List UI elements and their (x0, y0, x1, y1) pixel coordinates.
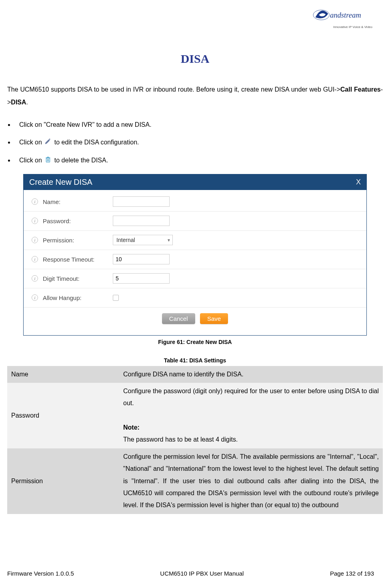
page-footer: Firmware Version 1.0.0.5 UCM6510 IP PBX … (7, 570, 374, 577)
cancel-button[interactable]: Cancel (162, 313, 195, 324)
page-title: DISA (7, 52, 383, 66)
footer-page: Page 132 of 193 (330, 570, 374, 577)
table-caption: Table 41: DISA Settings (7, 357, 383, 364)
disa-settings-table: Name Configure DISA name to identify the… (7, 366, 383, 514)
label-password: Password: (43, 218, 113, 224)
label-name: Name: (43, 198, 113, 205)
grandstream-logo-icon: andstream (312, 7, 374, 25)
chevron-down-icon: ▼ (167, 238, 171, 242)
note-text: The password has to be at least 4 digits… (123, 436, 238, 443)
intro-bold-callfeatures: Call Features (340, 86, 381, 93)
footer-title: UCM6510 IP PBX User Manual (160, 570, 244, 577)
info-icon[interactable]: i (32, 198, 38, 205)
bullet-text-pre: Click on (19, 157, 44, 164)
bullet-text-post: to edit the DISA configuration. (54, 139, 139, 146)
form-row-permission: i Permission: Internal ▼ (24, 231, 366, 250)
table-row: Name Configure DISA name to identify the… (7, 366, 383, 383)
permission-select[interactable]: Internal ▼ (113, 235, 173, 245)
label-digit-timeout: Digit Timeout: (43, 275, 113, 282)
setting-val-password: Configure the password (digit only) requ… (119, 383, 383, 448)
svg-rect-2 (49, 138, 51, 140)
info-icon[interactable]: i (32, 294, 38, 301)
edit-pencil-icon (44, 138, 52, 148)
setting-val-permission: Configure the permission level for DISA.… (119, 448, 383, 514)
info-icon[interactable]: i (32, 218, 38, 224)
form-row-digit-timeout: i Digit Timeout: (24, 269, 366, 288)
list-item: Click on to edit the DISA configuration. (14, 138, 383, 148)
create-new-disa-modal: Create New DISA X i Name: i Password: i … (23, 174, 367, 336)
save-button[interactable]: Save (200, 313, 228, 324)
form-row-name: i Name: (24, 192, 366, 212)
logo-tagline: Innovative IP Voice & Video (312, 25, 374, 29)
footer-firmware: Firmware Version 1.0.0.5 (7, 570, 74, 577)
table-row: Permission Configure the permission leve… (7, 448, 383, 514)
intro-text: The UCM6510 supports DISA to be used in … (7, 86, 340, 93)
modal-header: Create New DISA X (24, 174, 366, 190)
instruction-list: Click on "Create New IVR" to add a new D… (14, 120, 383, 166)
list-item: Click on "Create New IVR" to add a new D… (14, 120, 383, 130)
name-input[interactable] (113, 196, 170, 207)
brand-logo: andstream Innovative IP Voice & Video (312, 7, 374, 29)
list-item: Click on to delete the DISA. (14, 156, 383, 166)
label-response-timeout: Response Timeout: (43, 256, 113, 263)
bullet-text: Click on "Create New IVR" to add a new D… (19, 121, 152, 128)
delete-trash-icon (44, 156, 52, 166)
bullet-text-pre: Click on (19, 139, 44, 146)
intro-paragraph: The UCM6510 supports DISA to be used in … (7, 83, 383, 109)
note-label: Note: (123, 424, 140, 431)
modal-button-row: Cancel Save (24, 308, 366, 329)
form-row-response-timeout: i Response Timeout: (24, 250, 366, 269)
allow-hangup-checkbox[interactable] (113, 295, 119, 301)
label-permission: Permission: (43, 237, 113, 244)
close-icon[interactable]: X (356, 178, 361, 186)
form-row-password: i Password: (24, 212, 366, 231)
setting-key-password: Password (7, 383, 119, 448)
setting-val-name: Configure DISA name to identify the DISA… (119, 366, 383, 383)
permission-value: Internal (116, 237, 135, 243)
intro-period: . (26, 99, 28, 106)
response-timeout-input[interactable] (113, 254, 170, 264)
table-row: Password Configure the password (digit o… (7, 383, 383, 448)
svg-rect-8 (48, 156, 49, 157)
setting-key-permission: Permission (7, 448, 119, 514)
label-allow-hangup: Allow Hangup: (43, 294, 113, 301)
info-icon[interactable]: i (32, 256, 38, 262)
password-desc: Configure the password (digit only) requ… (123, 388, 379, 406)
form-row-allow-hangup: i Allow Hangup: (24, 288, 366, 308)
digit-timeout-input[interactable] (113, 273, 170, 284)
svg-text:andstream: andstream (330, 11, 361, 19)
info-icon[interactable]: i (32, 275, 38, 282)
svg-rect-7 (46, 157, 50, 158)
setting-key-name: Name (7, 366, 119, 383)
intro-bold-disa: DISA (11, 99, 26, 106)
modal-title: Create New DISA (29, 178, 92, 187)
info-icon[interactable]: i (32, 237, 38, 243)
figure-caption: Figure 61: Create New DISA (7, 339, 383, 345)
bullet-text-post: to delete the DISA. (54, 157, 108, 164)
password-input[interactable] (113, 216, 170, 226)
